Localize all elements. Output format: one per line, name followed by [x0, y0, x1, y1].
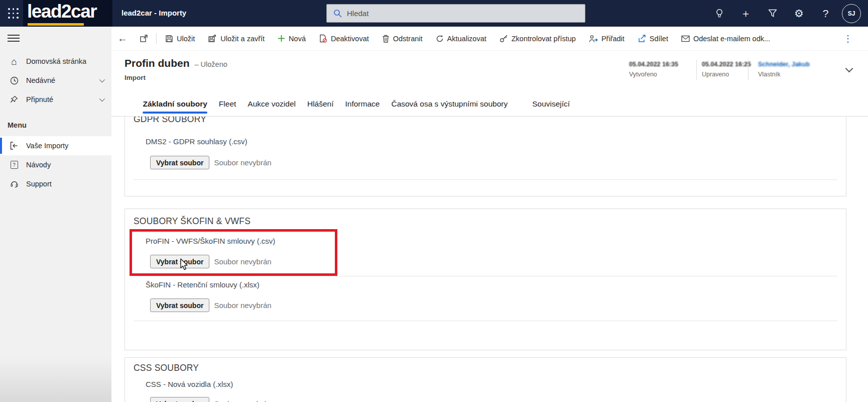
filter-funnel-icon[interactable] — [759, 0, 786, 27]
owner-label: Vlastník — [758, 71, 810, 78]
avatar-initials: SJ — [848, 10, 855, 17]
user-avatar[interactable]: SJ — [842, 4, 861, 23]
assign-button[interactable]: Přiřadit — [582, 27, 631, 51]
sidebar-item-home[interactable]: ⌂ Domovská stránka — [0, 52, 111, 71]
row-divider — [134, 276, 837, 276]
section-soubory-skofin-vwfs: SOUBORY ŠKOFIN & VWFS ProFIN - VWFS/ŠkoF… — [125, 209, 846, 350]
pin-icon — [9, 94, 19, 105]
new-record-button[interactable]: Nová — [271, 27, 312, 51]
brand-logo[interactable]: lead2car — [23, 0, 112, 27]
assign-person-icon — [589, 35, 598, 43]
header-expand-chevron-icon[interactable] — [845, 65, 853, 73]
choose-file-button[interactable]: Vybrat soubor — [150, 397, 209, 402]
save-and-close-button[interactable]: Uložit a zavřít — [201, 27, 271, 51]
header-separator — [748, 60, 749, 80]
row-divider — [134, 321, 837, 321]
tab-aukce-vozidel[interactable]: Aukce vozidel — [242, 91, 302, 117]
command-separator — [156, 33, 157, 44]
header-separator — [696, 60, 697, 80]
section-gdpr-soubory: GDPR SOUBORY DMS2 - GDPR souhlasy (.csv)… — [125, 117, 846, 196]
created-field: 05.04.2022 16:35 Vytvořeno — [629, 61, 678, 78]
file-input-row: Vybrat soubor Soubor nevybrán — [150, 156, 272, 169]
modified-label: Upraveno — [702, 71, 751, 78]
sidebar-item-recent[interactable]: Nedávné — [0, 71, 111, 90]
key-icon — [500, 34, 508, 43]
save-button[interactable]: Uložit — [159, 27, 201, 51]
section-css-soubory: CSS SOUBORY CSS - Nová vozidla (.xlsx) V… — [125, 357, 846, 402]
sidebar-group-header: Menu — [0, 114, 111, 136]
hamburger-menu-icon[interactable] — [8, 33, 20, 43]
search-input[interactable] — [347, 9, 568, 18]
popout-icon — [140, 34, 148, 43]
home-icon: ⌂ — [9, 56, 19, 66]
brand-logo-text: lead2car — [27, 1, 96, 22]
tab-souvisejici[interactable]: Související — [527, 91, 576, 117]
site-map-sidebar: ⌂ Domovská stránka Nedávné — [0, 27, 111, 402]
support-icon — [9, 179, 19, 189]
plus-icon — [278, 35, 285, 42]
sidebar-item-pinned[interactable]: Připnuté — [0, 90, 111, 109]
tab-informace[interactable]: Informace — [339, 91, 386, 117]
share-button[interactable]: Sdílet — [631, 27, 675, 51]
popout-button[interactable] — [134, 27, 154, 51]
sidebar-item-support[interactable]: Support — [0, 174, 111, 193]
form-content: GDPR SOUBORY DMS2 - GDPR souhlasy (.csv)… — [111, 117, 868, 402]
import-icon — [9, 141, 19, 151]
check-access-button[interactable]: Zkontrolovat přístup — [493, 27, 582, 51]
global-search[interactable] — [326, 4, 585, 23]
top-navigation-bar: lead2car lead2car - Importy ＋ — [0, 0, 868, 27]
highlight-annotation-rectangle — [130, 229, 337, 276]
delete-button[interactable]: Odstranit — [376, 27, 429, 51]
page-title: Profin duben — [125, 57, 190, 69]
tab-hlaseni[interactable]: Hlášení — [301, 91, 339, 117]
file-status-text: Soubor nevybrán — [214, 399, 271, 402]
sidebar-item-navody[interactable]: ? Návody — [0, 155, 111, 174]
clock-icon — [9, 75, 19, 85]
brand-logo-underline — [28, 23, 84, 26]
quick-create-plus-icon[interactable]: ＋ — [732, 0, 759, 27]
modified-field: 05.04.2022 16:25 Upraveno — [702, 61, 751, 78]
back-button[interactable]: ← — [111, 27, 134, 51]
row-divider — [134, 179, 837, 180]
tab-zakladni-soubory[interactable]: Základní soubory — [137, 91, 213, 117]
save-close-icon — [208, 34, 217, 43]
choose-file-button[interactable]: Vybrat soubor — [150, 255, 209, 268]
chevron-down-icon[interactable] — [99, 96, 105, 102]
section-title: CSS SOUBORY — [134, 363, 199, 373]
chevron-down-icon[interactable] — [99, 77, 105, 82]
field-label: DMS2 - GDPR souhlasy (.csv) — [146, 137, 247, 146]
help-icon[interactable]: ? — [812, 0, 839, 27]
email-link-button[interactable]: Odeslat e-mailem odk... — [675, 27, 777, 51]
file-input-row: Vybrat soubor Soubor nevybrán — [150, 298, 272, 312]
owner-field: Schneider, Jakub Vlastník — [758, 61, 810, 78]
more-commands-button[interactable]: ⋮ — [837, 27, 859, 51]
app-launcher-waffle-icon[interactable] — [8, 8, 19, 19]
file-status-text: Soubor nevybrán — [214, 158, 271, 167]
choose-file-button[interactable]: Vybrat soubor — [150, 156, 209, 169]
file-status-text: Soubor nevybrán — [214, 301, 271, 310]
tab-casova-osa[interactable]: Časová osa s výstupními soubory — [386, 91, 514, 117]
deactivate-button[interactable]: Deaktivovat — [312, 27, 376, 51]
created-label: Vytvořeno — [629, 71, 657, 78]
owner-link[interactable]: Schneider, Jakub — [758, 61, 810, 68]
field-label: ŠkoFIN - Retenční smlouvy (.xlsx) — [146, 280, 260, 289]
field-label: CSS - Nová vozidla (.xlsx) — [146, 380, 233, 388]
share-icon — [638, 35, 646, 43]
trash-icon — [382, 35, 390, 43]
sidebar-item-vase-importy[interactable]: Vaše Importy — [0, 136, 111, 155]
refresh-button[interactable]: Aktualizovat — [429, 27, 493, 51]
lightbulb-icon[interactable] — [706, 0, 732, 27]
section-title: SOUBORY ŠKOFIN & VWFS — [134, 216, 251, 227]
modified-value: 05.04.2022 16:25 — [702, 61, 751, 68]
gear-icon[interactable]: ⚙ — [786, 0, 812, 27]
tab-fleet[interactable]: Fleet — [213, 91, 241, 117]
entity-name: Import — [125, 74, 146, 81]
section-title: GDPR SOUBORY — [134, 117, 206, 125]
app-window: lead2car lead2car - Importy ＋ — [0, 0, 868, 402]
file-input-row: Vybrat soubor Soubor nevybrán — [150, 397, 272, 402]
back-arrow-icon: ← — [117, 33, 128, 44]
record-header: Profin duben – Uloženo Import 05.04.2022… — [111, 51, 868, 91]
file-input-row: Vybrat soubor Soubor nevybrán — [150, 255, 272, 268]
search-icon — [333, 9, 342, 18]
choose-file-button[interactable]: Vybrat soubor — [150, 298, 209, 312]
